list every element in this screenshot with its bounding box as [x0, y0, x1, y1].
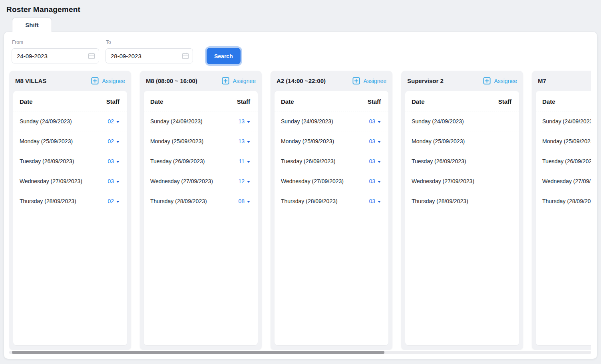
row-date: Monday (25/09/2023): [542, 138, 591, 145]
shift-row: Sunday (24/09/2023): [536, 111, 591, 131]
staff-count-dropdown[interactable]: 13: [238, 118, 250, 125]
staff-count-dropdown[interactable]: 03: [369, 118, 381, 125]
horizontal-scrollbar[interactable]: [9, 351, 591, 354]
row-date: Sunday (24/09/2023): [412, 118, 464, 125]
shift-card: M7 Assignee Date Staff Sunday (24/09/202…: [532, 71, 591, 350]
to-date-input[interactable]: [105, 48, 193, 63]
row-date: Thursday (28/09/2023): [281, 198, 338, 205]
shift-table: Date Staff Sunday (24/09/2023)Monday (25…: [536, 91, 591, 345]
assignee-label: Assignee: [102, 78, 125, 84]
shift-row: Tuesday (26/09/2023)03: [275, 151, 388, 171]
caret-down-icon: [378, 161, 381, 163]
staff-count-dropdown[interactable]: 03: [369, 138, 381, 145]
scrollbar-thumb[interactable]: [12, 351, 384, 354]
staff-count: 02: [107, 118, 114, 125]
shift-row: Wednesday (27/09/2023): [536, 171, 591, 191]
plus-square-icon: [483, 77, 491, 85]
tab-shift[interactable]: Shift: [12, 18, 52, 32]
staff-count-dropdown[interactable]: 13: [238, 138, 250, 145]
tab-bar: Shift: [12, 18, 601, 32]
shift-row: Wednesday (27/09/2023)12: [144, 171, 258, 191]
caret-down-icon: [378, 141, 381, 143]
calendar-icon[interactable]: [88, 52, 96, 60]
shift-table: Date Staff Sunday (24/09/2023)02Monday (…: [13, 91, 127, 345]
staff-count: 03: [369, 158, 375, 165]
to-date-field: To: [105, 40, 193, 63]
staff-count-dropdown[interactable]: 03: [107, 178, 119, 185]
shift-row: Monday (25/09/2023)02: [13, 131, 127, 151]
staff-count: 03: [369, 138, 375, 145]
table-header-row: Date Staff: [144, 91, 258, 111]
staff-count: 12: [238, 178, 245, 185]
assignee-label: Assignee: [494, 78, 517, 84]
shift-card-header: M8 (08:00 ~ 16:00) Assignee: [140, 71, 262, 90]
staff-count: 03: [107, 178, 114, 185]
caret-down-icon: [247, 161, 250, 163]
add-assignee-link[interactable]: Assignee: [222, 77, 256, 85]
table-header-row: Date Staff: [536, 91, 591, 111]
shift-cards-row: M8 VILLAS Assignee Date Staff Sunday (24…: [9, 71, 591, 350]
staff-count-dropdown[interactable]: 02: [107, 118, 119, 125]
page-title: Roster Management: [0, 0, 601, 14]
staff-count-dropdown[interactable]: 03: [369, 198, 381, 205]
row-date: Wednesday (27/09/2023): [412, 178, 474, 185]
shift-row: Tuesday (26/09/2023)11: [144, 151, 258, 171]
shift-table: Date Staff Sunday (24/09/2023)Monday (25…: [405, 91, 519, 345]
row-date: Wednesday (27/09/2023): [281, 178, 344, 185]
shift-card-title: A2 (14:00 ~22:00): [277, 77, 326, 84]
shift-card: A2 (14:00 ~22:00) Assignee Date Staff Su…: [271, 71, 392, 350]
staff-count-dropdown[interactable]: 11: [239, 158, 250, 165]
staff-count-dropdown[interactable]: 03: [369, 158, 381, 165]
staff-count: 11: [239, 158, 245, 165]
caret-down-icon: [378, 201, 381, 203]
row-date: Monday (25/09/2023): [281, 138, 334, 145]
shift-row: Thursday (28/09/2023)03: [275, 191, 388, 211]
shift-row: Tuesday (26/09/2023)03: [13, 151, 127, 171]
shift-row: Monday (25/09/2023): [536, 131, 591, 151]
add-assignee-link[interactable]: Assignee: [352, 77, 386, 85]
shift-row: Tuesday (26/09/2023): [536, 151, 591, 171]
shift-row: Monday (25/09/2023)03: [275, 131, 388, 151]
row-date: Tuesday (26/09/2023): [20, 158, 74, 165]
from-date-field: From: [12, 40, 99, 63]
shift-row: Sunday (24/09/2023)03: [275, 111, 388, 131]
shift-row: Thursday (28/09/2023): [405, 191, 519, 211]
shift-row: Thursday (28/09/2023)08: [144, 191, 258, 211]
staff-count: 02: [107, 138, 114, 145]
shift-panel: From To: [4, 32, 597, 359]
staff-count-dropdown[interactable]: 08: [238, 198, 250, 205]
table-header-row: Date Staff: [275, 91, 388, 111]
shift-row: Thursday (28/09/2023)02: [13, 191, 127, 211]
calendar-icon[interactable]: [181, 52, 189, 60]
row-date: Wednesday (27/09/2023): [20, 178, 82, 185]
shift-row: Wednesday (27/09/2023)03: [13, 171, 127, 191]
row-date: Monday (25/09/2023): [150, 138, 203, 145]
shift-card: M8 VILLAS Assignee Date Staff Sunday (24…: [9, 71, 131, 350]
add-assignee-link[interactable]: Assignee: [483, 77, 517, 85]
shift-row: Sunday (24/09/2023)13: [144, 111, 258, 131]
staff-count-dropdown[interactable]: 12: [238, 178, 250, 185]
row-date: Wednesday (27/09/2023): [542, 178, 591, 185]
staff-count-dropdown[interactable]: 03: [369, 178, 381, 185]
plus-square-icon: [352, 77, 360, 85]
staff-count: 13: [238, 118, 245, 125]
shift-card-title: M8 VILLAS: [15, 77, 46, 84]
staff-count-dropdown[interactable]: 02: [107, 198, 119, 205]
staff-count-dropdown[interactable]: 02: [107, 138, 119, 145]
from-date-input[interactable]: [12, 48, 99, 63]
plus-square-icon: [91, 77, 99, 85]
search-button[interactable]: Search: [207, 48, 241, 64]
caret-down-icon: [247, 201, 250, 203]
row-date: Tuesday (26/09/2023): [150, 158, 205, 165]
shift-card-header: A2 (14:00 ~22:00) Assignee: [271, 71, 392, 90]
date-column-header: Date: [412, 98, 425, 105]
row-date: Tuesday (26/09/2023): [281, 158, 335, 165]
staff-count-dropdown[interactable]: 03: [107, 158, 119, 165]
staff-count: 08: [238, 198, 245, 205]
staff-count: 03: [369, 118, 375, 125]
shift-row: Thursday (28/09/2023): [536, 191, 591, 211]
shift-card-header: M8 VILLAS Assignee: [9, 71, 131, 90]
add-assignee-link[interactable]: Assignee: [91, 77, 125, 85]
row-date: Tuesday (26/09/2023): [542, 158, 591, 165]
caret-down-icon: [116, 141, 119, 143]
